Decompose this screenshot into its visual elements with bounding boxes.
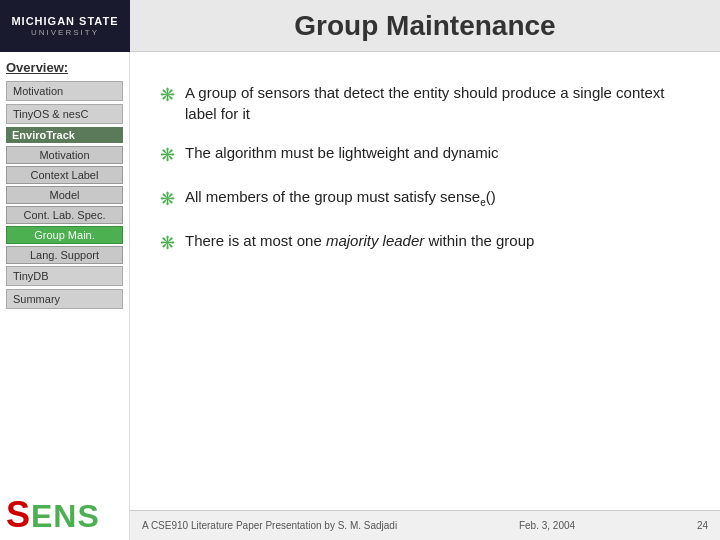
footer-citation: A CSE910 Literature Paper Presentation b… (142, 520, 397, 531)
sidebar-group-envirotrack: EnviroTrack (6, 127, 123, 143)
bullet-icon: ❋ (160, 231, 175, 256)
sidebar-item-model[interactable]: Model (6, 186, 123, 204)
bullet-icon: ❋ (160, 83, 175, 108)
university-name-line1: MICHIGAN STATE (11, 15, 118, 27)
sidebar-item-summary[interactable]: Summary (6, 289, 123, 309)
bullet-text-4: There is at most one majority leader wit… (185, 230, 534, 251)
bullet-text-2: The algorithm must be lightweight and dy… (185, 142, 499, 163)
list-item: ❋ The algorithm must be lightweight and … (160, 142, 690, 168)
footer-slide-number: 24 (697, 520, 708, 531)
sidebar-item-cont-lab-spec[interactable]: Cont. Lab. Spec. (6, 206, 123, 224)
bullet-text-1: A group of sensors that detect the entit… (185, 82, 690, 124)
main-layout: Overview: Motivation TinyOS & nesC Envir… (0, 52, 720, 540)
bullet-icon: ❋ (160, 143, 175, 168)
sidebar-item-group-main[interactable]: Group Main. (6, 226, 123, 244)
sidebar-item-lang-support[interactable]: Lang. Support (6, 246, 123, 264)
sidebar-item-tinyos-nesc[interactable]: TinyOS & nesC (6, 104, 123, 124)
footer-date: Feb. 3, 2004 (519, 520, 575, 531)
bullet-list: ❋ A group of sensors that detect the ent… (160, 82, 690, 275)
sidebar-item-motivation-sub[interactable]: Motivation (6, 146, 123, 164)
university-logo: MICHIGAN STATE UNIVERSITY (0, 0, 130, 52)
university-name-line2: UNIVERSITY (31, 28, 99, 37)
bullet-icon: ❋ (160, 187, 175, 212)
page-title: Group Maintenance (294, 10, 555, 42)
list-item: ❋ A group of sensors that detect the ent… (160, 82, 690, 124)
sens-logo: SENS (6, 481, 124, 536)
bullet-text-3: All members of the group must satisfy se… (185, 186, 496, 210)
list-item: ❋ All members of the group must satisfy … (160, 186, 690, 212)
sidebar: Overview: Motivation TinyOS & nesC Envir… (0, 52, 130, 540)
overview-label: Overview: (6, 60, 123, 75)
sens-logo-text: SENS (6, 494, 100, 536)
content-area: ❋ A group of sensors that detect the ent… (130, 52, 720, 540)
sens-s-letter: S (6, 494, 31, 535)
sidebar-item-context-label[interactable]: Context Label (6, 166, 123, 184)
footer: A CSE910 Literature Paper Presentation b… (130, 510, 720, 540)
sidebar-item-tinydb[interactable]: TinyDB (6, 266, 123, 286)
header: MICHIGAN STATE UNIVERSITY Group Maintena… (0, 0, 720, 52)
list-item: ❋ There is at most one majority leader w… (160, 230, 690, 256)
sidebar-item-motivation-top[interactable]: Motivation (6, 81, 123, 101)
